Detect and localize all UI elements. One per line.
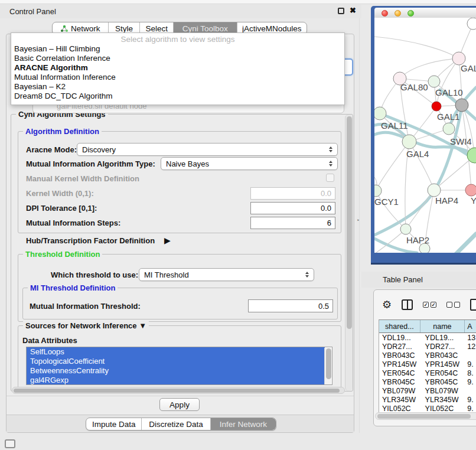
network-window-titlebar[interactable] [374,8,476,18]
table-row[interactable]: YLR345W YLR345W 9. [379,395,476,404]
cell: YBL079W [420,387,465,395]
tab-select-label: Select [145,24,168,33]
mi-steps-input[interactable]: 6 [250,217,335,229]
window-close-light[interactable] [382,10,388,17]
dropdown-item-bayesian-k2[interactable]: Bayesian – K2 [11,82,344,92]
node-gcy1[interactable] [374,185,382,197]
label-gcy1: GCY1 [374,197,399,207]
column-header-name[interactable]: name [420,320,465,332]
network-nodes[interactable] [374,18,476,253]
table-row[interactable]: YDL19... YDL19... 13 [379,333,476,342]
hub-definition-label: Hub/Transcription Factor Definition [26,236,155,245]
unchecked-box-icon [446,302,452,308]
table-row[interactable]: YPR145W YPR145W 9. [379,360,476,369]
settings-vertical-scrollbar[interactable] [345,115,353,391]
panel-split-divider[interactable] [359,18,360,433]
aracne-mode-combobox[interactable]: Discovery [77,143,338,156]
table-hscrollbar-thumb[interactable] [377,414,471,419]
node-red-selected[interactable] [432,102,441,111]
dropdown-item-basic-correlation[interactable]: Basic Correlation Inference [11,54,344,63]
node-gray[interactable] [455,99,468,112]
cell: YDR27... [420,343,465,351]
node-gal11[interactable] [374,107,386,120]
cyni-mode-tabbar: Impute Data Discretize Data Infer Networ… [86,418,276,431]
settings-hscrollbar-thumb[interactable] [14,389,340,393]
aracne-mode-label: Aracne Mode: [26,145,77,154]
which-threshold-combobox[interactable]: MI Threshold [139,268,314,281]
label-gal11: GAL11 [381,120,408,131]
table-row[interactable]: YBR045C YBR045C 9. [379,377,476,386]
table-row[interactable]: YBR043C YBR043C [379,351,476,360]
cell: YER054C [420,369,465,377]
attr-item-topologicalcoefficient[interactable]: TopologicalCoefficient [27,357,325,366]
table-row[interactable]: YER054C YER054C 8. [379,369,476,377]
sources-collapse-icon[interactable]: ▼ [139,321,146,330]
table-settings-gear-icon[interactable]: ⚙ [382,298,392,311]
apply-button[interactable]: Apply [159,398,200,411]
label-swi4: SWI4 [450,136,472,146]
cell: 9. [465,378,476,386]
dropdown-item-dream8[interactable]: Dream8 DC_TDC Algorithm [11,92,344,101]
node-hap2[interactable] [400,224,411,234]
node-hap4[interactable] [428,184,441,197]
dropdown-item-mutual-information[interactable]: Mutual Information Inference [11,73,344,82]
table-row[interactable]: YIL052C YIL052C 9. [379,404,476,413]
column-visibility-icon[interactable] [402,299,413,310]
network-node-labels: GAL GAL80 GAL10 GAL1 GAL11 SWI4 GAL4 GCY… [374,63,476,245]
table-panel: ⚙ ✓ ✓ shared... name A YDL19... YDL19...… [373,289,476,426]
table-row[interactable]: YDR27... YDR27... 12 [379,342,476,351]
dropdown-item-aracne[interactable]: ARACNE Algorithm [11,63,344,73]
attr-item-gal4rgexp[interactable]: gal4RGexp [27,376,325,385]
label-gal1: GAL1 [437,112,459,122]
attributes-vertical-scrollbar[interactable] [324,348,331,385]
table-row[interactable]: YBL079W YBL079W [379,386,476,395]
table-panel-title: Table Panel [383,275,423,284]
mi-steps-value: 6 [327,219,331,227]
node-gal10[interactable] [428,76,440,87]
table-panel-titlebar: Table Panel [361,272,476,288]
settings-scrollbar-thumb[interactable] [347,116,352,329]
float-panel-icon[interactable] [338,8,344,14]
dpi-tolerance-input[interactable]: 0.0 [250,202,335,214]
network-icon [60,25,68,32]
attributes-scrollbar-thumb[interactable] [326,348,331,379]
cell: YLR345W [379,396,420,404]
node-unlabeled-top[interactable] [467,18,476,30]
window-zoom-light[interactable] [407,10,414,17]
select-all-checkboxes-icon[interactable]: ✓ ✓ [423,302,436,308]
combo-arrows-icon [329,161,332,167]
cell: YER054C [379,369,420,377]
tab-discretize-data[interactable]: Discretize Data [142,418,210,430]
column-header-shared-name[interactable]: shared... [379,320,420,332]
label-gal10: GAL10 [435,87,463,97]
new-table-icon[interactable] [470,299,476,311]
manual-kernel-width-checkbox[interactable] [326,174,334,182]
network-canvas[interactable]: GAL GAL80 GAL10 GAL1 GAL11 SWI4 GAL4 GCY… [374,18,476,253]
node-gal1[interactable] [443,123,455,135]
dropdown-item-bayesian-hill-climbing[interactable]: Bayesian – Hill Climbing [11,44,344,54]
cell: 9. [465,396,476,404]
mi-threshold-input[interactable]: 0.5 [248,299,333,312]
settings-bottom-divider [6,396,354,396]
settings-horizontal-scrollbar[interactable] [12,387,345,394]
tab-impute-data[interactable]: Impute Data [86,418,142,430]
close-panel-icon[interactable]: ✖ [350,6,356,15]
window-minimize-light[interactable] [395,10,401,17]
deselect-all-checkboxes-icon[interactable] [446,302,460,308]
mi-type-combobox[interactable]: Naive Bayes [161,157,338,170]
kernel-width-input[interactable]: 0.0 [250,187,335,200]
tab-infer-network[interactable]: Infer Network [211,418,276,430]
table-horizontal-scrollbar[interactable] [375,412,476,420]
node-salmon[interactable] [465,184,476,196]
attr-item-betweennesscentrality[interactable]: BetweennessCentrality [27,366,325,376]
label-y: Y [471,195,476,206]
cell: YBR043C [420,351,465,360]
hub-expand-icon[interactable]: ▶ [164,236,171,245]
dpi-tolerance-value: 0.0 [321,204,331,213]
data-attributes-label: Data Attributes [22,336,77,345]
split-collapse-arrow[interactable]: ‣ [357,217,360,223]
dock-panel-icon[interactable] [5,439,15,448]
column-header-third[interactable]: A [465,320,476,332]
node-gal4[interactable] [402,135,416,149]
attr-item-selfloops[interactable]: SelfLoops [27,347,325,357]
